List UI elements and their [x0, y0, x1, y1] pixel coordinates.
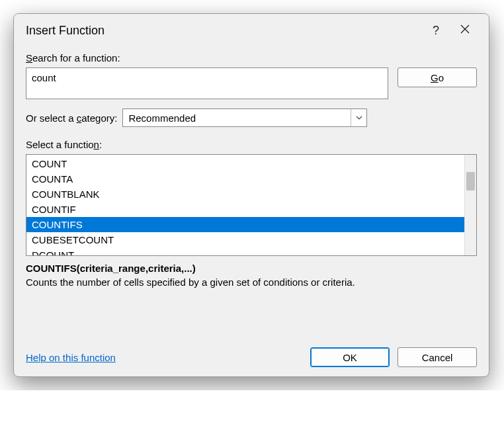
close-button[interactable]: [450, 21, 480, 40]
cancel-button[interactable]: Cancel: [398, 347, 477, 367]
list-item[interactable]: COUNTIFS: [26, 217, 464, 232]
help-icon: ?: [433, 24, 439, 38]
select-function-label: Select a function:: [26, 139, 477, 150]
go-button[interactable]: Go: [398, 67, 477, 87]
function-listbox[interactable]: COUNTCOUNTACOUNTBLANKCOUNTIFCOUNTIFSCUBE…: [26, 154, 477, 256]
close-icon: [460, 24, 470, 38]
list-item[interactable]: CUBESETCOUNT: [26, 232, 464, 247]
scrollbar-thumb[interactable]: [466, 172, 475, 191]
search-input[interactable]: [26, 67, 388, 99]
list-item[interactable]: COUNTIF: [26, 202, 464, 217]
list-item[interactable]: COUNT: [26, 156, 464, 171]
function-description: Counts the number of cells specified by …: [26, 277, 477, 288]
list-item[interactable]: DCOUNT: [26, 247, 464, 255]
function-syntax: COUNTIFS(criteria_range,criteria,...): [26, 263, 477, 274]
category-select[interactable]: Recommended: [122, 108, 367, 127]
insert-function-dialog: Insert Function ? Search for a function:…: [13, 13, 489, 377]
dialog-title: Insert Function: [26, 24, 105, 38]
ok-button[interactable]: OK: [310, 347, 390, 367]
help-button[interactable]: ?: [421, 21, 450, 40]
category-label: Or select a category:: [26, 112, 117, 124]
scrollbar[interactable]: [464, 155, 476, 255]
list-item[interactable]: COUNTA: [26, 171, 464, 187]
titlebar: Insert Function ?: [14, 14, 489, 47]
search-label: Search for a function:: [26, 52, 477, 64]
help-link[interactable]: Help on this function: [26, 352, 116, 363]
list-item[interactable]: COUNTBLANK: [26, 187, 464, 202]
